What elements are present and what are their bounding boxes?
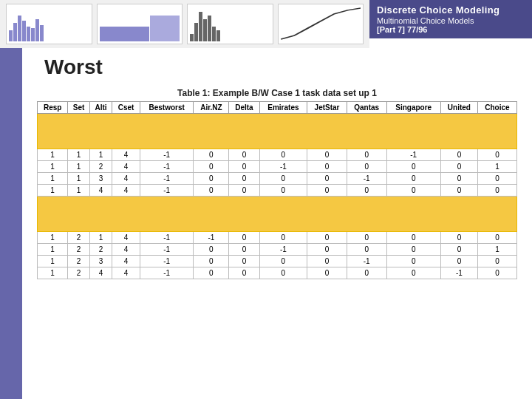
table-cell: 4 bbox=[112, 185, 140, 197]
table-cell: 0 bbox=[194, 256, 229, 267]
col-header-singapore: Singapore bbox=[386, 102, 440, 114]
table-cell: 4 bbox=[112, 149, 140, 161]
table-header-row: RespSetAltiCsetBestworstAir.NZDeltaEmira… bbox=[38, 102, 517, 114]
table-cell: 2 bbox=[68, 267, 90, 279]
table-cell: 3 bbox=[89, 256, 112, 267]
table-container: Table 1: Example B/W Case 1 task data se… bbox=[37, 88, 517, 279]
table-cell: 0 bbox=[307, 232, 347, 244]
table-row: 1214-1-10000000 bbox=[38, 232, 517, 244]
table-cell: 4 bbox=[112, 232, 140, 244]
table-cell: 0 bbox=[229, 161, 259, 173]
table-cell: 2 bbox=[89, 161, 112, 173]
col-header-cset: Cset bbox=[112, 102, 140, 114]
page-info: [Part 7] 77/96 bbox=[377, 25, 525, 34]
table-cell: 1 bbox=[68, 173, 90, 185]
table-cell: 0 bbox=[259, 256, 307, 267]
mini-chart-2 bbox=[97, 4, 183, 44]
table-cell: 1 bbox=[38, 256, 68, 267]
table-cell: 0 bbox=[194, 173, 229, 185]
left-sidebar bbox=[0, 48, 22, 399]
table-cell: -1 bbox=[347, 256, 386, 267]
col-header-resp: Resp bbox=[38, 102, 68, 114]
table-cell: 0 bbox=[259, 267, 307, 279]
table-cell: 1 bbox=[38, 173, 68, 185]
table-cell: -1 bbox=[140, 256, 194, 267]
table-cell: 0 bbox=[347, 149, 386, 161]
table-cell: 0 bbox=[440, 244, 477, 256]
table-cell: 3 bbox=[89, 173, 112, 185]
col-header-set: Set bbox=[68, 102, 90, 114]
table-cell: 0 bbox=[307, 244, 347, 256]
table-cell: 4 bbox=[89, 267, 112, 279]
table-cell: 0 bbox=[229, 244, 259, 256]
table-cell: -1 bbox=[140, 173, 194, 185]
table-cell: 0 bbox=[229, 267, 259, 279]
table-cell: 4 bbox=[112, 244, 140, 256]
table-cell: 0 bbox=[307, 256, 347, 267]
table-cell: -1 bbox=[140, 185, 194, 197]
table-cell: 0 bbox=[229, 149, 259, 161]
main-content: Worst Table 1: Example B/W Case 1 task d… bbox=[22, 48, 532, 399]
table-row: 1244-1000000-10 bbox=[38, 267, 517, 279]
table-cell: -1 bbox=[386, 149, 440, 161]
table-cell: 0 bbox=[386, 173, 440, 185]
col-header-bestworst: Bestworst bbox=[140, 102, 194, 114]
table-cell: 1 bbox=[68, 185, 90, 197]
table-title: Table 1: Example B/W Case 1 task data se… bbox=[37, 88, 517, 98]
mini-chart-4 bbox=[278, 4, 364, 44]
table-cell: 1 bbox=[38, 232, 68, 244]
table-cell: 1 bbox=[38, 149, 68, 161]
table-cell: 0 bbox=[259, 173, 307, 185]
table-cell: 0 bbox=[440, 185, 477, 197]
table-cell: 0 bbox=[307, 185, 347, 197]
table-cell: 0 bbox=[386, 244, 440, 256]
col-header-alti: Alti bbox=[89, 102, 112, 114]
table-cell: -1 bbox=[259, 161, 307, 173]
table-cell: 0 bbox=[386, 267, 440, 279]
table-cell: 0 bbox=[347, 244, 386, 256]
table-cell: 4 bbox=[112, 256, 140, 267]
table-cell: 2 bbox=[68, 232, 90, 244]
table-cell: 0 bbox=[194, 244, 229, 256]
table-cell: 4 bbox=[112, 173, 140, 185]
table-cell: 2 bbox=[68, 256, 90, 267]
highlight-spacer bbox=[38, 197, 517, 232]
table-cell: 1 bbox=[38, 244, 68, 256]
table-cell: 0 bbox=[477, 149, 516, 161]
charts-strip bbox=[0, 0, 369, 48]
header-panel: Discrete Choice Modeling Multinomial Cho… bbox=[369, 0, 532, 38]
table-cell: 0 bbox=[440, 232, 477, 244]
table-cell: 0 bbox=[440, 149, 477, 161]
table-cell: 0 bbox=[307, 149, 347, 161]
table-cell: 2 bbox=[68, 244, 90, 256]
col-header-qantas: Qantas bbox=[347, 102, 386, 114]
table-cell: 0 bbox=[477, 256, 516, 267]
table-cell: 1 bbox=[68, 161, 90, 173]
table-row: 1114-100000-100 bbox=[38, 149, 517, 161]
table-cell: -1 bbox=[140, 161, 194, 173]
app-title: Discrete Choice Modeling bbox=[377, 4, 525, 16]
col-header-jetstar: JetStar bbox=[307, 102, 347, 114]
table-cell: 0 bbox=[347, 185, 386, 197]
table-cell: 0 bbox=[229, 185, 259, 197]
table-cell: 0 bbox=[194, 161, 229, 173]
table-cell: 1 bbox=[477, 244, 516, 256]
table-cell: -1 bbox=[140, 267, 194, 279]
col-header-delta: Delta bbox=[229, 102, 259, 114]
table-cell: 0 bbox=[386, 232, 440, 244]
table-cell: 0 bbox=[440, 173, 477, 185]
table-cell: 0 bbox=[440, 256, 477, 267]
table-cell: 0 bbox=[259, 149, 307, 161]
col-header-united: United bbox=[440, 102, 477, 114]
col-header-emirates: Emirates bbox=[259, 102, 307, 114]
table-row: 1124-100-100001 bbox=[38, 161, 517, 173]
table-cell: -1 bbox=[140, 232, 194, 244]
table-cell: -1 bbox=[140, 244, 194, 256]
table-cell: 0 bbox=[259, 185, 307, 197]
table-cell: 0 bbox=[386, 256, 440, 267]
table-cell: 1 bbox=[89, 232, 112, 244]
table-cell: 2 bbox=[89, 244, 112, 256]
table-cell: 4 bbox=[112, 161, 140, 173]
table-cell: 1 bbox=[477, 161, 516, 173]
table-cell: 0 bbox=[194, 185, 229, 197]
